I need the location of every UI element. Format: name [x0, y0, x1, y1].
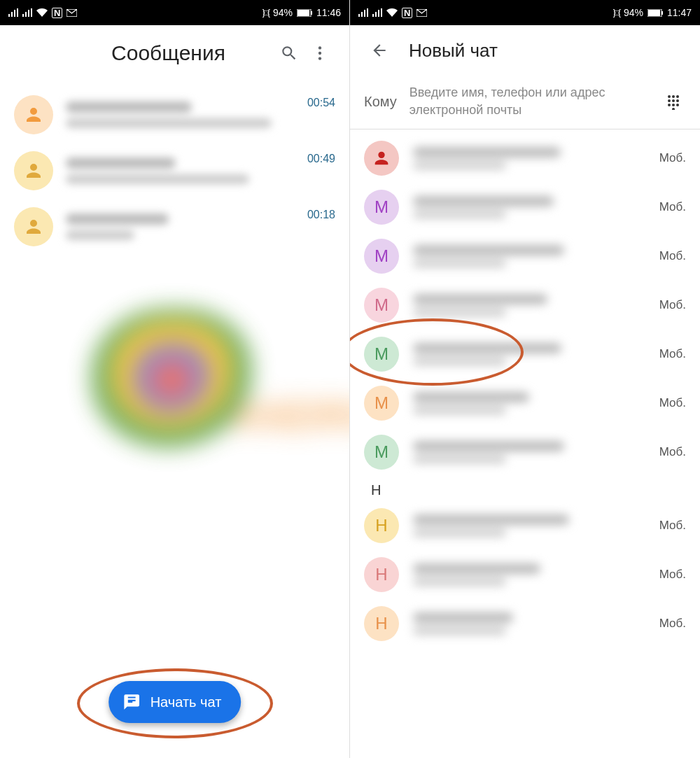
- contact-item[interactable]: ММоб.: [350, 232, 700, 281]
- contact-type-label: Моб.: [659, 617, 686, 631]
- contact-type-label: Моб.: [659, 396, 686, 410]
- mail-icon: [416, 9, 427, 17]
- dialpad-button[interactable]: [661, 89, 686, 114]
- contact-type-label: Моб.: [659, 568, 686, 582]
- svg-point-14: [676, 99, 679, 102]
- avatar: [14, 151, 53, 190]
- contact-item[interactable]: ММоб.: [350, 281, 700, 330]
- svg-point-15: [668, 104, 671, 106]
- vibrate-icon: }□{: [613, 8, 620, 17]
- contact-type-label: Моб.: [659, 151, 686, 165]
- mail-icon: [66, 9, 77, 17]
- svg-point-17: [676, 104, 679, 106]
- start-chat-fab[interactable]: Начать чат: [108, 681, 241, 723]
- conversation-time: 00:54: [307, 97, 335, 109]
- status-bar-left: N }□{ 94% 11:46: [0, 0, 349, 25]
- svg-point-11: [676, 95, 679, 98]
- signal-1-icon: [358, 8, 368, 17]
- contact-item[interactable]: ММоб.: [350, 330, 700, 379]
- contact-avatar: Н: [364, 508, 399, 543]
- arrow-back-icon: [370, 41, 388, 59]
- new-chat-screen: N }□{ 94% 11:47 Новый чат Кому Введите и…: [350, 0, 700, 758]
- battery-icon: [648, 9, 663, 17]
- svg-point-5: [318, 57, 321, 59]
- contact-item[interactable]: НМоб.: [350, 599, 700, 648]
- recipient-input[interactable]: Введите имя, телефон или адрес электронн…: [410, 84, 648, 119]
- conversation-item[interactable]: 00:54: [0, 87, 349, 143]
- conversation-time: 00:18: [307, 209, 335, 221]
- contact-name-blurred: [413, 392, 645, 414]
- contact-type-label: Моб.: [659, 200, 686, 214]
- contact-type-label: Моб.: [659, 249, 686, 263]
- svg-point-9: [668, 95, 671, 98]
- recipient-row: Кому Введите имя, телефон или адрес элек…: [350, 76, 700, 129]
- chat-icon: [122, 693, 141, 711]
- contact-name-blurred: [413, 612, 645, 635]
- conversation-list: 00:54 00:49 00:18: [0, 81, 349, 255]
- conversation-item[interactable]: 00:49: [0, 143, 349, 199]
- person-icon: [23, 104, 44, 125]
- wifi-icon: [36, 8, 48, 17]
- battery-percent: 94%: [273, 7, 293, 18]
- contact-item[interactable]: ММоб.: [350, 428, 700, 477]
- contact-name-blurred: [413, 245, 645, 267]
- svg-point-13: [672, 99, 675, 102]
- svg-point-10: [672, 95, 675, 98]
- page-title: Сообщения: [21, 41, 274, 65]
- watermark-background: ANDROID: [84, 294, 350, 476]
- avatar: [14, 95, 53, 134]
- contact-name-blurred: [413, 563, 645, 586]
- search-button[interactable]: [274, 38, 304, 69]
- svg-rect-2: [311, 11, 312, 15]
- person-icon: [372, 148, 391, 168]
- contact-type-label: Моб.: [659, 347, 686, 361]
- contact-name-blurred: [413, 147, 645, 169]
- back-button[interactable]: [364, 35, 395, 66]
- contact-name-blurred: [413, 514, 645, 537]
- dialpad-icon: [665, 93, 682, 110]
- contact-type-label: Моб.: [659, 519, 686, 533]
- more-button[interactable]: [304, 38, 335, 69]
- svg-rect-7: [648, 10, 660, 16]
- contact-avatar: [364, 141, 399, 176]
- nfc-icon: N: [52, 8, 62, 18]
- person-icon: [23, 160, 44, 181]
- contact-item[interactable]: Моб.: [350, 134, 700, 183]
- person-icon: [23, 216, 44, 237]
- contact-item[interactable]: НМоб.: [350, 501, 700, 550]
- contact-item[interactable]: ММоб.: [350, 183, 700, 232]
- signal-2-icon: [22, 8, 32, 17]
- clock-time: 11:47: [667, 7, 692, 18]
- messages-screen: N }□{ 94% 11:46 Сообщения 00:54 00:49: [0, 0, 350, 758]
- wifi-icon: [386, 8, 398, 17]
- contact-name-blurred: [413, 294, 645, 316]
- svg-rect-8: [662, 11, 663, 15]
- battery-percent: 94%: [624, 7, 643, 18]
- conversation-preview: [66, 157, 295, 184]
- contact-item[interactable]: ММоб.: [350, 379, 700, 428]
- contact-type-label: Моб.: [659, 445, 686, 459]
- fab-label: Начать чат: [150, 694, 222, 710]
- contact-avatar: М: [364, 435, 399, 470]
- battery-icon: [297, 9, 312, 17]
- contact-avatar: М: [364, 288, 399, 323]
- signal-1-icon: [8, 8, 18, 17]
- svg-point-12: [668, 99, 671, 102]
- conversation-preview: [66, 213, 295, 240]
- conversation-item[interactable]: 00:18: [0, 199, 349, 255]
- contact-list: Моб.ММоб.ММоб.ММоб.ММоб.ММоб.ММоб. Н НМо…: [350, 129, 700, 648]
- conversation-preview: [66, 101, 295, 128]
- svg-point-18: [672, 108, 675, 110]
- signal-2-icon: [372, 8, 382, 17]
- app-bar-messages: Сообщения: [0, 25, 349, 81]
- svg-point-4: [318, 52, 321, 55]
- contact-avatar: М: [364, 386, 399, 421]
- more-vert-icon: [311, 44, 329, 62]
- search-icon: [280, 44, 298, 62]
- svg-point-3: [318, 46, 321, 49]
- contact-item[interactable]: НМоб.: [350, 550, 700, 599]
- avatar: [14, 207, 53, 246]
- contact-avatar: М: [364, 337, 399, 372]
- contact-avatar: Н: [364, 606, 399, 641]
- page-title: Новый чат: [409, 40, 498, 62]
